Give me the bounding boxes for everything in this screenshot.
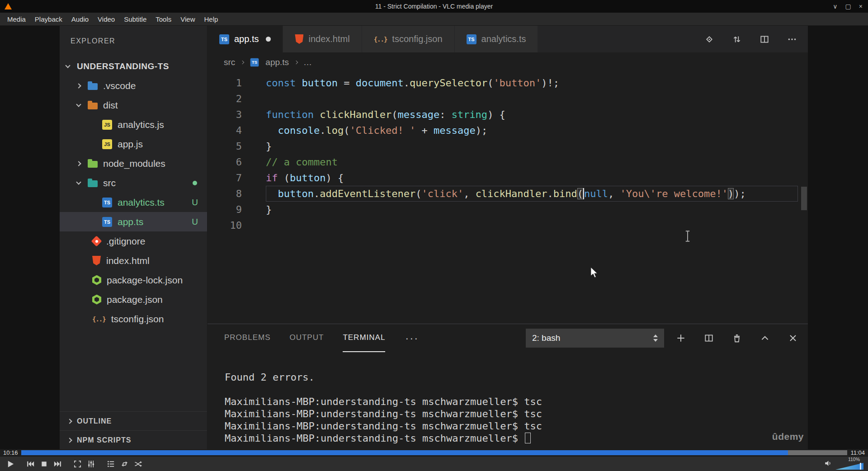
code-token: ( <box>415 188 421 199</box>
code-line-2[interactable]: 2 <box>208 91 808 107</box>
terminal-shell-select[interactable]: 2: bash <box>526 329 664 348</box>
loop-button[interactable] <box>118 458 131 470</box>
previous-button[interactable] <box>24 458 37 470</box>
code-line-3[interactable]: 3function clickHandler(message: string) … <box>208 107 808 122</box>
code-line-7[interactable]: 7if (button) { <box>208 170 808 186</box>
open-changes-icon[interactable] <box>704 34 714 44</box>
terminal-output[interactable]: Found 2 errors.Maximilians-MBP:understan… <box>208 352 808 449</box>
code-line-6[interactable]: 6// a comment <box>208 154 808 170</box>
panel-more-icon[interactable]: ··· <box>405 332 419 344</box>
next-button[interactable] <box>52 458 64 470</box>
kill-terminal-icon[interactable] <box>732 333 742 343</box>
code-token: . <box>404 77 410 89</box>
explorer-item--gitignore[interactable]: .gitignore <box>60 231 207 251</box>
code-token: null <box>584 188 608 199</box>
explorer-tree: UNDERSTANDING-TS.vscodedistJSanalytics.j… <box>60 57 207 329</box>
seek-bar[interactable] <box>21 450 848 455</box>
extended-settings-button[interactable] <box>85 458 97 470</box>
explorer-item-package-lock-json[interactable]: package-lock.json <box>60 270 207 290</box>
code-token: clickHandler <box>476 188 547 199</box>
new-terminal-icon[interactable] <box>676 333 686 343</box>
breadcrumb-symbol[interactable]: … <box>303 57 312 67</box>
code-area[interactable]: 1const button = document.querySelector('… <box>208 72 808 324</box>
vlc-titlebar: 11 - Strict Compilation - VLC media play… <box>0 0 868 13</box>
random-button[interactable] <box>132 458 144 470</box>
editor-tab-app-ts[interactable]: TSapp.ts <box>208 26 283 52</box>
more-actions-icon[interactable] <box>787 34 797 44</box>
menu-video[interactable]: Video <box>93 15 119 23</box>
split-editor-icon[interactable] <box>760 34 769 44</box>
stop-button[interactable] <box>38 458 50 470</box>
close-panel-icon[interactable] <box>788 333 798 343</box>
explorer-item-node-modules[interactable]: node_modules <box>60 154 207 173</box>
breadcrumb-folder[interactable]: src <box>224 57 235 67</box>
breadcrumb[interactable]: src TS app.ts … <box>208 52 808 72</box>
panel-tab-problems[interactable]: PROBLEMS <box>224 324 270 352</box>
explorer-item-analytics-js[interactable]: JSanalytics.js <box>60 115 207 134</box>
maximize-window-button[interactable]: ▢ <box>845 3 851 9</box>
menu-help[interactable]: Help <box>200 15 223 23</box>
section-outline[interactable]: OUTLINE <box>60 411 207 430</box>
menu-subtitle[interactable]: Subtitle <box>119 15 151 23</box>
code-token: : <box>439 109 452 120</box>
explorer-item--vscode[interactable]: .vscode <box>60 76 207 95</box>
explorer-item-analytics-ts[interactable]: TSanalytics.tsU <box>60 193 207 212</box>
play-button[interactable] <box>5 458 17 470</box>
video-area[interactable]: EXPLORER UNDERSTANDING-TS.vscodedistJSan… <box>0 26 868 449</box>
section-npm-scripts[interactable]: NPM SCRIPTS <box>60 430 207 449</box>
close-window-button[interactable]: × <box>859 3 863 9</box>
sync-changes-icon[interactable] <box>732 34 742 44</box>
chevron-right-icon <box>76 161 81 166</box>
code-line-5[interactable]: 5} <box>208 138 808 154</box>
panel-tabs: PROBLEMSOUTPUTTERMINAL <box>224 324 404 352</box>
outline-label: OUTLINE <box>77 417 112 425</box>
code-line-8[interactable]: 8 button.addEventListener('click', click… <box>208 186 808 202</box>
editor-tab-analytics-ts[interactable]: TSanalytics.ts <box>455 26 538 52</box>
folder-dist-icon <box>88 103 98 109</box>
editor-scrollbar[interactable] <box>801 187 807 210</box>
code-line-10[interactable]: 10 <box>208 217 808 233</box>
code-token: ( <box>278 172 290 184</box>
playlist-button[interactable] <box>105 458 117 470</box>
menu-media[interactable]: Media <box>3 15 30 23</box>
explorer-item-index-html[interactable]: index.html <box>60 251 207 270</box>
unsaved-changes-dot[interactable] <box>266 37 271 42</box>
editor-tab-tsconfig-json[interactable]: {..}tsconfig.json <box>362 26 455 52</box>
explorer-item-app-ts[interactable]: TSapp.tsU <box>60 212 207 231</box>
vlc-controls-left <box>5 458 146 470</box>
code-token: ) <box>728 188 734 199</box>
code-token: querySelector <box>410 77 487 89</box>
terminal-cursor <box>525 433 531 443</box>
code-line-9[interactable]: 9} <box>208 202 808 217</box>
shade-window-button[interactable]: ∨ <box>833 3 837 9</box>
explorer-item-package-json[interactable]: package.json <box>60 290 207 309</box>
maximize-panel-icon[interactable] <box>760 333 770 343</box>
speaker-icon[interactable] <box>824 459 832 469</box>
udemy-watermark: ûdemy <box>772 431 804 442</box>
explorer-item-src[interactable]: src <box>60 173 207 193</box>
editor-tab-index-html[interactable]: index.html <box>283 26 362 52</box>
menu-playback[interactable]: Playback <box>30 15 67 23</box>
ts-icon: TS <box>467 34 476 44</box>
fullscreen-button[interactable] <box>71 458 84 470</box>
menu-audio[interactable]: Audio <box>67 15 93 23</box>
volume-knob[interactable] <box>860 463 861 470</box>
explorer-item-tsconfig-json[interactable]: {..}tsconfig.json <box>60 309 207 329</box>
panel-tab-output[interactable]: OUTPUT <box>289 324 324 352</box>
explorer-item-app-js[interactable]: JSapp.js <box>60 134 207 154</box>
code-token: message <box>397 109 439 120</box>
explorer-item-dist[interactable]: dist <box>60 95 207 115</box>
modified-indicator-dot <box>193 181 197 185</box>
split-terminal-icon[interactable] <box>704 333 714 343</box>
chevron-down-icon <box>76 179 81 184</box>
explorer-item-understanding-ts[interactable]: UNDERSTANDING-TS <box>60 57 207 76</box>
code-token: log <box>326 125 344 136</box>
breadcrumb-file[interactable]: app.ts <box>265 57 289 67</box>
code-line-1[interactable]: 1const button = document.querySelector('… <box>208 75 808 91</box>
code-line-4[interactable]: 4 console.log('Clicked! ' + message); <box>208 122 808 138</box>
file-label: analytics.js <box>118 119 164 130</box>
volume-slider[interactable] <box>835 463 863 470</box>
panel-tab-terminal[interactable]: TERMINAL <box>343 324 385 352</box>
menu-tools[interactable]: Tools <box>151 15 176 23</box>
menu-view[interactable]: View <box>176 15 199 23</box>
